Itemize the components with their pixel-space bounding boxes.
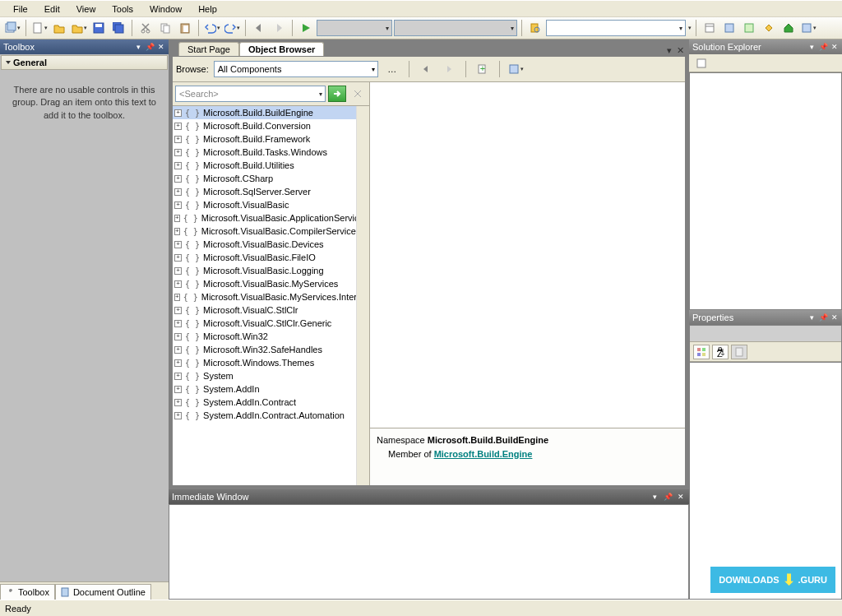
sol-dropdown-icon[interactable]: ▾ [807,42,817,52]
expand-icon[interactable]: + [174,149,182,156]
tab-start-page[interactable]: Start Page [178,42,239,56]
new-project-button[interactable]: ▾ [3,19,21,37]
solution-explorer-button[interactable] [701,19,719,37]
cut-button[interactable] [136,19,155,37]
properties-grid[interactable] [689,362,842,600]
tree-item[interactable]: +{ }Microsoft.Build.Tasks.Windows [173,146,356,159]
add-button[interactable]: ▾ [70,19,88,37]
expand-icon[interactable]: + [174,254,182,262]
toolbox-dropdown-icon[interactable]: ▾ [133,42,143,52]
expand-icon[interactable]: + [174,241,182,248]
search-input[interactable]: <Search> [175,86,326,102]
toolbox-button[interactable] [760,19,778,37]
expand-icon[interactable]: + [174,373,182,380]
prop-pin-icon[interactable]: 📌 [818,313,828,322]
prop-close-icon[interactable]: ✕ [830,313,840,322]
browse-more-button[interactable]: … [383,60,401,78]
tree-item[interactable]: +{ }System.AddIn.Contract [173,396,356,409]
expand-icon[interactable]: + [174,228,180,235]
expand-icon[interactable]: + [174,109,182,117]
namespace-tree[interactable]: +{ }Microsoft.Build.BuildEngine+{ }Micro… [173,106,356,485]
search-go-button[interactable] [328,86,346,102]
tree-item[interactable]: +{ }Microsoft.VisualBasic.FileIO [173,251,356,264]
nav-fwd-ob-button[interactable] [440,60,458,78]
detail-member-link[interactable]: Microsoft.Build.Engine [434,449,533,459]
properties-object-combo[interactable] [690,326,841,342]
expand-icon[interactable]: + [174,162,182,169]
immediate-text-area[interactable] [169,504,689,600]
tab-close-icon[interactable]: ✕ [677,45,684,56]
tree-item[interactable]: +{ }System.AddIn [173,382,356,396]
settings-ob-button[interactable]: ▾ [507,60,525,78]
menu-window[interactable]: Window [141,2,190,16]
solution-explorer-body[interactable] [689,72,842,310]
menu-help[interactable]: Help [190,2,225,16]
property-pages-button[interactable] [731,345,747,359]
config-combo[interactable] [317,20,392,36]
immediate-pin-icon[interactable]: 📌 [663,492,673,502]
expand-icon[interactable]: + [174,294,180,301]
menu-tools[interactable]: Tools [104,2,141,16]
tree-item[interactable]: +{ }Microsoft.VisualBasic.CompilerServic… [173,225,356,238]
platform-combo[interactable] [394,20,517,36]
tree-item[interactable]: +{ }Microsoft.Win32.SafeHandles [173,343,356,356]
new-file-button[interactable]: ▾ [30,19,49,37]
expand-icon[interactable]: + [174,412,182,419]
tree-item[interactable]: +{ }Microsoft.CSharp [173,172,356,185]
expand-icon[interactable]: + [174,307,182,314]
redo-button[interactable]: ▾ [223,19,241,37]
tree-item[interactable]: +{ }Microsoft.VisualBasic.Devices [173,238,356,251]
expand-icon[interactable]: + [174,175,182,183]
nav-back-ob-button[interactable] [417,60,435,78]
toolbox-pin-icon[interactable]: 📌 [145,42,155,52]
undo-button[interactable]: ▾ [203,19,221,37]
tree-item[interactable]: +{ }Microsoft.VisualBasic.Logging [173,264,356,277]
save-button[interactable] [90,19,108,37]
menu-file[interactable]: File [5,2,36,16]
tab-menu-icon[interactable]: ▾ [667,45,672,56]
expand-icon[interactable]: + [174,320,182,327]
paste-button[interactable] [176,19,194,37]
tree-item[interactable]: +{ }Microsoft.VisualBasic.MyServices [173,277,356,290]
tree-item[interactable]: +{ }Microsoft.VisualBasic [173,198,356,211]
tree-item[interactable]: +{ }Microsoft.VisualBasic.MyServices.Int… [173,290,356,303]
open-button[interactable] [50,19,68,37]
expand-icon[interactable]: + [174,201,182,209]
expand-icon[interactable]: + [174,359,182,367]
expand-icon[interactable]: + [174,123,182,130]
expand-icon[interactable]: + [174,215,180,222]
tree-item[interactable]: +{ }Microsoft.VisualC.StlClr [173,303,356,317]
tree-item[interactable]: +{ }Microsoft.VisualC.StlClr.Generic [173,317,356,330]
expand-icon[interactable]: + [174,346,182,354]
copy-button[interactable] [156,19,174,37]
sol-pin-icon[interactable]: 📌 [818,42,828,52]
immediate-dropdown-icon[interactable]: ▾ [650,492,659,502]
expand-icon[interactable]: + [174,386,182,393]
tree-item[interactable]: +{ }Microsoft.Build.Utilities [173,159,356,172]
expand-icon[interactable]: + [174,399,182,406]
properties-button[interactable] [720,19,738,37]
menu-view[interactable]: View [68,2,104,16]
other-windows-button[interactable]: ▾ [799,19,817,37]
tree-item[interactable]: +{ }Microsoft.Build.Conversion [173,119,356,132]
start-page-button[interactable] [780,19,798,37]
tree-item[interactable]: +{ }System [173,369,356,382]
tree-item[interactable]: +{ }Microsoft.SqlServer.Server [173,185,356,198]
find-in-files-button[interactable] [526,19,544,37]
tab-object-browser[interactable]: Object Browser [239,42,324,56]
nav-back-button[interactable] [250,19,268,37]
tree-item[interactable]: +{ }Microsoft.Build.Framework [173,132,356,146]
object-browser-button[interactable] [740,19,758,37]
tree-item[interactable]: +{ }Microsoft.Windows.Themes [173,356,356,369]
tree-item[interactable]: +{ }Microsoft.VisualBasic.ApplicationSer… [173,211,356,225]
prop-dropdown-icon[interactable]: ▾ [807,313,817,322]
tree-item[interactable]: +{ }Microsoft.Win32 [173,330,356,343]
tab-document-outline[interactable]: Document Outline [55,584,151,600]
tree-item[interactable]: +{ }System.AddIn.Contract.Automation [173,409,356,422]
menu-edit[interactable]: Edit [36,2,68,16]
tree-item[interactable]: +{ }Microsoft.Build.BuildEngine [173,106,356,119]
clear-search-button[interactable] [349,85,367,103]
expand-icon[interactable]: + [174,188,182,196]
sol-close-icon[interactable]: ✕ [830,42,840,52]
sol-properties-button[interactable] [692,54,710,72]
